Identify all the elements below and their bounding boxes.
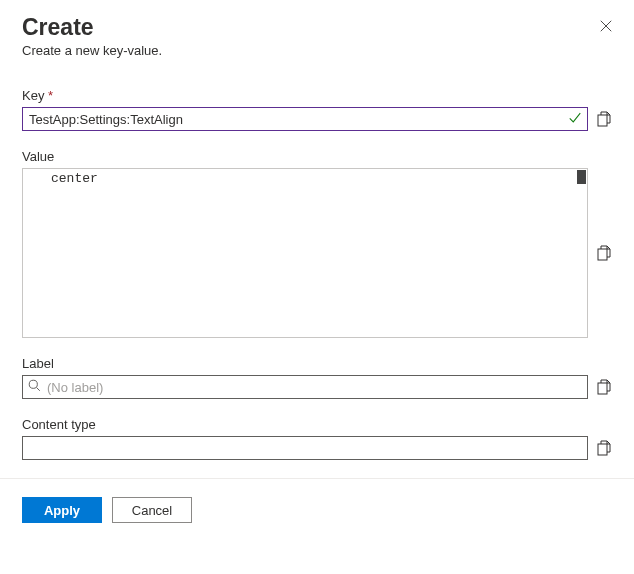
copy-content-type-button[interactable] [596,440,612,456]
key-label-text: Key [22,88,44,103]
panel-subtitle: Create a new key-value. [22,43,612,58]
panel-header: Create Create a new key-value. [22,14,612,58]
footer: Apply Cancel [0,479,634,541]
key-input[interactable] [22,107,588,131]
content-type-field-group: Content type [22,417,612,460]
key-field-group: Key * [22,88,612,131]
key-label: Key * [22,88,612,103]
copy-key-button[interactable] [596,111,612,127]
required-indicator: * [48,88,53,103]
label-label: Label [22,356,612,371]
svg-rect-7 [598,444,607,455]
close-icon [599,19,613,33]
value-textarea[interactable]: center [23,169,587,337]
svg-rect-2 [598,115,607,126]
value-field-group: Value center [22,149,612,338]
value-label: Value [22,149,612,164]
label-input[interactable] [22,375,588,399]
copy-icon [597,111,611,127]
content-type-label: Content type [22,417,612,432]
apply-button[interactable]: Apply [22,497,102,523]
close-button[interactable] [598,18,614,34]
cancel-button[interactable]: Cancel [112,497,192,523]
copy-icon [597,245,611,261]
copy-icon [597,440,611,456]
content-type-input[interactable] [22,436,588,460]
svg-rect-3 [598,249,607,260]
value-textarea-wrapper: center [22,168,588,338]
scrollbar-thumb[interactable] [577,170,586,184]
copy-value-button[interactable] [596,245,612,261]
panel-title: Create [22,14,612,41]
svg-rect-6 [598,383,607,394]
copy-icon [597,379,611,395]
copy-label-button[interactable] [596,379,612,395]
label-field-group: Label [22,356,612,399]
